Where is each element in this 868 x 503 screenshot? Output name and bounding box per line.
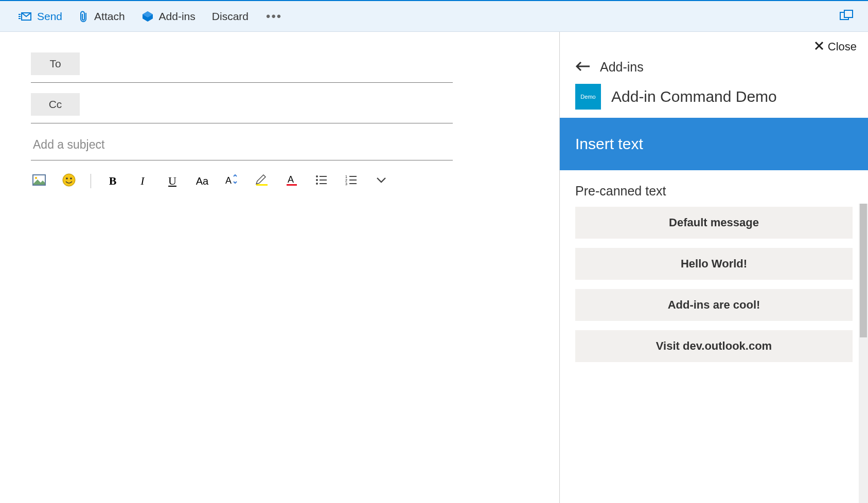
cc-button[interactable]: Cc <box>31 93 80 116</box>
svg-point-11 <box>316 175 318 177</box>
paperclip-icon <box>79 10 89 23</box>
compose-toolbar: Send Attach Add-ins Discard ••• <box>0 1 868 32</box>
font-size-icon: A <box>225 174 239 188</box>
font-icon: Aa <box>196 175 208 187</box>
svg-text:1: 1 <box>345 175 347 178</box>
insert-image-button[interactable] <box>31 173 47 189</box>
canned-item-hello[interactable]: Hello World! <box>575 248 853 280</box>
svg-point-12 <box>316 179 318 181</box>
highlight-button[interactable] <box>254 173 270 189</box>
more-actions-button[interactable]: ••• <box>257 9 291 24</box>
discard-button[interactable]: Discard <box>204 6 257 27</box>
send-label: Send <box>37 10 62 23</box>
subject-input[interactable] <box>31 134 453 156</box>
cc-input[interactable] <box>80 93 453 116</box>
arrow-left-icon <box>575 65 591 74</box>
canned-item-visit[interactable]: Visit dev.outlook.com <box>575 330 853 362</box>
cc-row: Cc <box>31 93 453 123</box>
svg-point-13 <box>316 183 318 185</box>
attach-button[interactable]: Attach <box>70 6 133 27</box>
addin-title: Add-in Command Demo <box>611 88 777 105</box>
italic-icon: I <box>140 174 144 188</box>
font-button[interactable]: Aa <box>194 173 210 189</box>
formatting-toolbar: B I U Aa A <box>31 171 453 191</box>
addin-badge: Demo <box>575 84 601 110</box>
font-color-button[interactable]: A <box>284 173 300 189</box>
discard-label: Discard <box>212 10 249 23</box>
popout-icon <box>839 14 854 23</box>
addins-button[interactable]: Add-ins <box>133 6 204 27</box>
main-area: To Cc <box>0 32 868 503</box>
number-list-button[interactable]: 123 <box>343 173 360 189</box>
underline-icon: U <box>168 174 176 188</box>
font-color-icon: A <box>286 174 298 188</box>
svg-text:A: A <box>288 174 294 185</box>
close-icon <box>814 40 824 53</box>
image-icon <box>32 174 46 188</box>
svg-point-4 <box>63 174 75 186</box>
svg-rect-8 <box>256 184 268 186</box>
svg-point-6 <box>70 177 72 179</box>
chevron-down-icon <box>376 176 386 186</box>
addin-pane: Close Add-ins Demo Add-in Command Demo I… <box>559 32 868 503</box>
bold-icon: B <box>109 174 117 188</box>
canned-item-cool[interactable]: Add-ins are cool! <box>575 289 853 321</box>
to-input[interactable] <box>80 52 453 75</box>
separator <box>91 174 91 188</box>
pane-banner: Insert text <box>560 118 868 170</box>
ellipsis-icon: ••• <box>266 9 282 23</box>
attach-label: Attach <box>94 10 125 23</box>
emoji-button[interactable] <box>61 173 77 189</box>
addins-icon <box>141 10 154 23</box>
canned-list: Default message Hello World! Add-ins are… <box>560 207 868 362</box>
smiley-icon <box>62 173 76 189</box>
back-button[interactable] <box>575 61 591 74</box>
svg-rect-10 <box>287 184 297 186</box>
breadcrumb-label: Add-ins <box>600 60 644 75</box>
svg-text:3: 3 <box>345 182 347 185</box>
subject-row <box>31 134 453 160</box>
send-button[interactable]: Send <box>10 6 70 27</box>
font-size-button[interactable]: A <box>224 173 240 189</box>
popout-button[interactable] <box>835 5 858 28</box>
bullet-list-icon <box>315 175 328 187</box>
bullet-list-button[interactable] <box>313 173 330 189</box>
send-icon <box>19 11 32 22</box>
close-pane-button[interactable]: Close <box>814 40 857 53</box>
addins-label: Add-ins <box>159 10 196 23</box>
scrollbar[interactable] <box>859 204 868 503</box>
scrollbar-thumb[interactable] <box>860 204 867 337</box>
svg-point-3 <box>35 177 37 179</box>
number-list-icon: 123 <box>345 175 358 187</box>
svg-text:A: A <box>225 175 232 186</box>
compose-pane: To Cc <box>0 32 559 503</box>
svg-text:2: 2 <box>345 178 347 182</box>
underline-button[interactable]: U <box>164 173 181 189</box>
to-button[interactable]: To <box>31 52 80 75</box>
svg-point-5 <box>66 177 68 179</box>
italic-button[interactable]: I <box>134 173 151 189</box>
to-row: To <box>31 52 453 83</box>
more-formatting-button[interactable] <box>373 173 389 189</box>
highlight-icon <box>255 174 269 188</box>
bold-button[interactable]: B <box>104 173 121 189</box>
svg-rect-1 <box>844 10 853 17</box>
canned-item-default[interactable]: Default message <box>575 207 853 239</box>
section-heading: Pre-canned text <box>560 170 868 207</box>
close-label: Close <box>828 40 857 53</box>
